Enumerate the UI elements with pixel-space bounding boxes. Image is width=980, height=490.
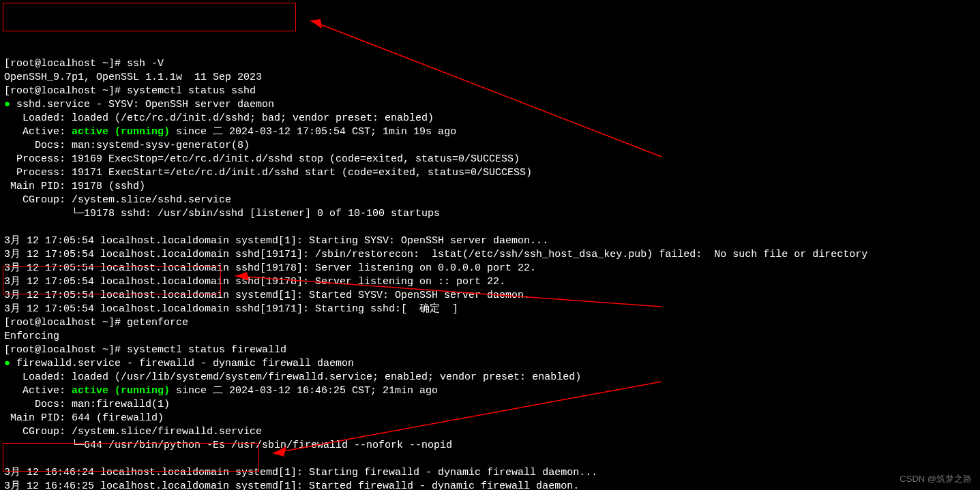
service-name: sshd.service - SYSV: OpenSSH server daem… <box>16 99 274 110</box>
loaded-line: Loaded: loaded (/usr/lib/systemd/system/… <box>4 371 581 383</box>
cgroup-line: CGroup: /system.slice/firewalld.service <box>4 426 262 438</box>
active-since: since 二 2024-03-12 17:05:54 CST; 1min 19… <box>170 126 456 138</box>
log-line: 3月 12 17:05:54 localhost.localdomain sys… <box>4 290 530 301</box>
terminal-output: [root@localhost ~]# ssh -V OpenSSH_9.7p1… <box>4 57 976 490</box>
status-dot-icon: ● <box>4 99 16 110</box>
log-line: 3月 12 16:46:24 localhost.localdomain sys… <box>4 467 597 478</box>
active-label: Active: <box>4 385 72 397</box>
service-name: firewalld.service - firewalld - dynamic … <box>16 358 354 369</box>
active-since: since 二 2024-03-12 16:46:25 CST; 21min a… <box>170 385 438 397</box>
active-label: Active: <box>4 126 72 138</box>
cgroup-line: CGroup: /system.slice/sshd.service <box>4 194 231 206</box>
prompt-line: [root@localhost ~]# systemctl status ssh… <box>4 85 256 97</box>
prompt-line: [root@localhost ~]# systemctl status fir… <box>4 344 286 356</box>
log-line: 3月 12 17:05:54 localhost.localdomain ssh… <box>4 262 536 274</box>
svg-marker-1 <box>310 19 322 29</box>
docs-line: Docs: man:firewalld(1) <box>4 399 170 410</box>
active-status: active (running) <box>72 126 170 138</box>
log-line: 3月 12 17:05:54 localhost.localdomain ssh… <box>4 276 505 288</box>
status-dot-icon: ● <box>4 358 16 369</box>
active-status: active (running) <box>72 385 170 397</box>
getenforce-output: Enforcing <box>4 331 59 342</box>
highlight-box-ssh-version <box>3 3 296 31</box>
main-pid-line: Main PID: 644 (firewalld) <box>4 412 164 424</box>
watermark-text: CSDN @筑梦之路 <box>900 472 972 486</box>
log-line: 3月 12 16:46:25 localhost.localdomain sys… <box>4 480 579 490</box>
process-line: Process: 19169 ExecStop=/etc/rc.d/init.d… <box>4 153 520 165</box>
ssh-version-output: OpenSSH_9.7p1, OpenSSL 1.1.1w 11 Sep 202… <box>4 72 262 83</box>
docs-line: Docs: man:systemd-sysv-generator(8) <box>4 140 250 151</box>
prompt-line: [root@localhost ~]# getenforce <box>4 317 188 328</box>
log-line: 3月 12 17:05:54 localhost.localdomain ssh… <box>4 303 458 315</box>
cgroup-child: └─644 /usr/bin/python -Es /usr/sbin/fire… <box>4 440 452 451</box>
log-line: 3月 12 17:05:54 localhost.localdomain ssh… <box>4 249 867 260</box>
log-line: 3月 12 17:05:54 localhost.localdomain sys… <box>4 235 548 247</box>
loaded-line: Loaded: loaded (/etc/rc.d/init.d/sshd; b… <box>4 112 434 124</box>
main-pid-line: Main PID: 19178 (sshd) <box>4 181 145 192</box>
process-line: Process: 19171 ExecStart=/etc/rc.d/init.… <box>4 167 532 179</box>
prompt-line: [root@localhost ~]# ssh -V <box>4 58 164 70</box>
cgroup-child: └─19178 sshd: /usr/sbin/sshd [listener] … <box>4 208 440 219</box>
